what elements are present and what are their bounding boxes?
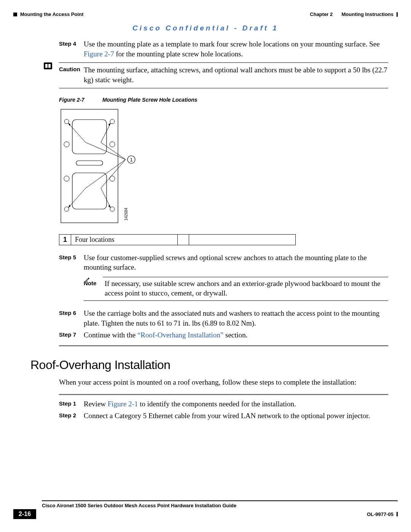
pencil-note-icon — [83, 275, 91, 286]
diagram-number: 142684 — [124, 208, 128, 220]
svg-point-12 — [64, 207, 69, 211]
svg-point-8 — [64, 142, 69, 147]
step-4: Step 4 Use the mounting plate as a templ… — [59, 39, 388, 59]
section2-step-2: Step 2 Connect a Category 5 Ethernet cab… — [59, 411, 388, 421]
section2-step-1: Step 1 Review Figure 2-1 to identify the… — [59, 399, 388, 409]
callout-1-label: Four locations — [71, 234, 178, 245]
figure-callout-table: 1 Four locations — [59, 234, 296, 245]
step-7-body: Continue with the “Roof-Overhang Install… — [84, 330, 388, 340]
section2-step-2-body: Connect a Category 5 Ethernet cable from… — [84, 411, 388, 421]
chapter-title: Mounting Instructions — [342, 11, 393, 17]
step-7: Step 7 Continue with the “Roof-Overhang … — [59, 330, 388, 340]
callout-1-num: 1 — [59, 234, 71, 245]
roof-overhang-link[interactable]: “Roof-Overhang Installation” — [137, 331, 223, 339]
step-4-body: Use the mounting plate as a template to … — [84, 39, 388, 59]
note-text: If necessary, use suitable screw anchors… — [105, 279, 388, 298]
roof-overhang-heading: Roof-Overhang Installation — [30, 358, 388, 372]
section2-step-1-label: Step 1 — [59, 399, 84, 409]
svg-rect-4 — [76, 161, 103, 165]
step-6: Step 6 Use the carriage bolts and the as… — [59, 308, 388, 328]
step-5: Step 5 Use four customer-supplied screws… — [59, 253, 388, 301]
section2-step-1-body: Review Figure 2-1 to identify the compon… — [84, 399, 388, 409]
step-5-label: Step 5 — [59, 253, 84, 301]
caution-label: Caution — [59, 65, 84, 85]
section2-step-2-label: Step 2 — [59, 411, 84, 421]
step-6-body: Use the carriage bolts and the associate… — [84, 308, 388, 328]
step-4-label: Step 4 — [59, 39, 84, 59]
figure-2-7-link[interactable]: Figure 2-7 — [84, 50, 114, 58]
svg-rect-5 — [72, 173, 107, 209]
header-block-icon — [13, 13, 17, 16]
svg-rect-1 — [48, 64, 51, 68]
svg-point-11 — [110, 176, 115, 181]
steps-rule-top — [59, 394, 388, 395]
page-header: Mounting the Access Point Chapter 2 Moun… — [13, 11, 398, 17]
roof-overhang-intro: When your access point is mounted on a r… — [59, 377, 388, 387]
caution-text: The mounting surface, attaching screws, … — [84, 65, 388, 85]
figure-2-7-caption: Figure 2-7 Mounting Plate Screw Hole Loc… — [59, 97, 388, 103]
header-bar-icon — [397, 12, 398, 17]
footer-doc-title: Cisco Aironet 1500 Series Outdoor Mesh A… — [42, 500, 398, 508]
footer-bar-icon — [397, 512, 398, 516]
step-5-body: Use four customer-supplied screws and op… — [84, 253, 388, 301]
note-block: Note If necessary, use suitable screw an… — [84, 277, 388, 301]
svg-point-10 — [64, 176, 69, 181]
step-7-label: Step 7 — [59, 330, 84, 340]
page-number: 2-16 — [13, 509, 36, 519]
end-of-steps-rule — [59, 345, 388, 347]
chapter-label: Chapter 2 — [310, 11, 333, 17]
footer-part-number: OL-9977-05 — [367, 511, 393, 517]
confidential-banner: Cisco Confidential - Draft 1 — [23, 24, 388, 32]
caution-icon — [44, 62, 52, 69]
caution-block: Caution The mounting surface, attaching … — [44, 62, 388, 88]
figure-2-1-link[interactable]: Figure 2-1 — [108, 400, 138, 408]
svg-rect-3 — [72, 120, 107, 154]
step-6-label: Step 6 — [59, 308, 84, 328]
section-left-label: Mounting the Access Point — [20, 11, 83, 17]
page-footer: Cisco Aironet 1500 Series Outdoor Mesh A… — [13, 500, 398, 519]
svg-point-9 — [110, 142, 115, 147]
figure-2-7-diagram: 1 142684 — [59, 108, 388, 228]
svg-rect-0 — [45, 64, 48, 68]
svg-text:1: 1 — [130, 157, 132, 163]
